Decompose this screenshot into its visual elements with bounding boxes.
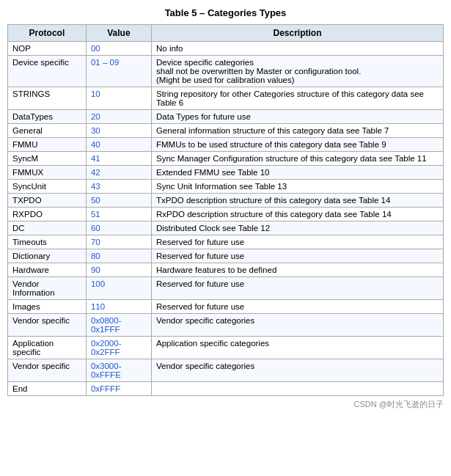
- header-value: Value: [86, 25, 151, 42]
- cell-value: 50: [86, 194, 151, 208]
- cell-description: Application specific categories: [152, 337, 444, 359]
- table-row: STRINGS10String repository for other Cat…: [8, 87, 444, 110]
- cell-description: Vendor specific categories: [152, 359, 444, 382]
- cell-protocol: End: [8, 382, 87, 396]
- cell-protocol: Vendor specific: [8, 314, 87, 337]
- cell-protocol: DataTypes: [8, 110, 87, 124]
- table-row: NOP00No info: [8, 42, 444, 56]
- cell-protocol: Application specific: [8, 337, 87, 359]
- cell-protocol: SyncUnit: [8, 180, 87, 194]
- cell-value: 40: [86, 138, 151, 152]
- cell-description: Reserved for future use: [152, 277, 444, 300]
- cell-value: 41: [86, 152, 151, 166]
- cell-protocol: General: [8, 124, 87, 138]
- cell-description: No info: [152, 42, 444, 56]
- cell-description: Distributed Clock see Table 12: [152, 221, 444, 235]
- cell-value: 42: [86, 166, 151, 180]
- cell-value: 20: [86, 110, 151, 124]
- cell-value: 0x2000-0x2FFF: [86, 337, 151, 359]
- cell-value: 110: [86, 300, 151, 314]
- cell-value: 0x3000-0xFFFE: [86, 359, 151, 382]
- table-row: Hardware90Hardware features to be define…: [8, 263, 444, 277]
- table-row: End0xFFFF: [8, 382, 444, 396]
- table-row: Timeouts70Reserved for future use: [8, 235, 444, 249]
- table-row: FMMU40FMMUs to be used structure of this…: [8, 138, 444, 152]
- cell-value: 90: [86, 263, 151, 277]
- cell-value: 10: [86, 87, 151, 110]
- cell-description: Data Types for future use: [152, 110, 444, 124]
- cell-protocol: FMMUX: [8, 166, 87, 180]
- cell-protocol: SyncM: [8, 152, 87, 166]
- table-row: DC60Distributed Clock see Table 12: [8, 221, 444, 235]
- cell-value: 43: [86, 180, 151, 194]
- table-row: Vendor Information100Reserved for future…: [8, 277, 444, 300]
- cell-protocol: DC: [8, 221, 87, 235]
- cell-protocol: Device specific: [8, 56, 87, 87]
- cell-protocol: TXPDO: [8, 194, 87, 208]
- cell-description: Sync Manager Configuration structure of …: [152, 152, 444, 166]
- cell-value: 70: [86, 235, 151, 249]
- cell-description: Reserved for future use: [152, 249, 444, 263]
- table-row: SyncM41Sync Manager Configuration struct…: [8, 152, 444, 166]
- cell-description: TxPDO description structure of this cate…: [152, 194, 444, 208]
- cell-protocol: Hardware: [8, 263, 87, 277]
- cell-value: 0x0800-0x1FFF: [86, 314, 151, 337]
- cell-value: 51: [86, 208, 151, 221]
- table-row: Dictionary80Reserved for future use: [8, 249, 444, 263]
- cell-protocol: Timeouts: [8, 235, 87, 249]
- cell-protocol: Images: [8, 300, 87, 314]
- table-row: General30General information structure o…: [8, 124, 444, 138]
- cell-description: Reserved for future use: [152, 235, 444, 249]
- categories-table: Protocol Value Description NOP00No infoD…: [7, 24, 444, 396]
- cell-description: Vendor specific categories: [152, 314, 444, 337]
- cell-protocol: RXPDO: [8, 208, 87, 221]
- cell-description: Hardware features to be defined: [152, 263, 444, 277]
- cell-value: 01 – 09: [86, 56, 151, 87]
- cell-description: RxPDO description structure of this cate…: [152, 208, 444, 221]
- cell-value: 30: [86, 124, 151, 138]
- cell-protocol: Vendor specific: [8, 359, 87, 382]
- cell-description: Sync Unit Information see Table 13: [152, 180, 444, 194]
- header-protocol: Protocol: [8, 25, 87, 42]
- table-row: Device specific01 – 09Device specific ca…: [8, 56, 444, 87]
- cell-protocol: NOP: [8, 42, 87, 56]
- cell-description: Extended FMMU see Table 10: [152, 166, 444, 180]
- cell-value: 00: [86, 42, 151, 56]
- cell-description: [152, 382, 444, 396]
- cell-value: 100: [86, 277, 151, 300]
- cell-description: Device specific categoriesshall not be o…: [152, 56, 444, 87]
- cell-description: String repository for other Categories s…: [152, 87, 444, 110]
- table-row: FMMUX42Extended FMMU see Table 10: [8, 166, 444, 180]
- table-row: Application specific0x2000-0x2FFFApplica…: [8, 337, 444, 359]
- cell-description: FMMUs to be used structure of this categ…: [152, 138, 444, 152]
- table-row: Vendor specific0x0800-0x1FFFVendor speci…: [8, 314, 444, 337]
- table-row: DataTypes20Data Types for future use: [8, 110, 444, 124]
- cell-value: 60: [86, 221, 151, 235]
- table-row: SyncUnit43Sync Unit Information see Tabl…: [8, 180, 444, 194]
- table-row: Images110Reserved for future use: [8, 300, 444, 314]
- cell-protocol: Vendor Information: [8, 277, 87, 300]
- cell-protocol: Dictionary: [8, 249, 87, 263]
- table-row: Vendor specific0x3000-0xFFFEVendor speci…: [8, 359, 444, 382]
- table-row: TXPDO50TxPDO description structure of th…: [8, 194, 444, 208]
- cell-protocol: STRINGS: [8, 87, 87, 110]
- cell-value: 80: [86, 249, 151, 263]
- header-description: Description: [152, 25, 444, 42]
- cell-description: Reserved for future use: [152, 300, 444, 314]
- cell-protocol: FMMU: [8, 138, 87, 152]
- watermark: CSDN @时光飞逝的日子: [7, 399, 444, 410]
- cell-description: General information structure of this ca…: [152, 124, 444, 138]
- table-row: RXPDO51RxPDO description structure of th…: [8, 208, 444, 221]
- cell-value: 0xFFFF: [86, 382, 151, 396]
- table-title: Table 5 – Categories Types: [7, 7, 444, 18]
